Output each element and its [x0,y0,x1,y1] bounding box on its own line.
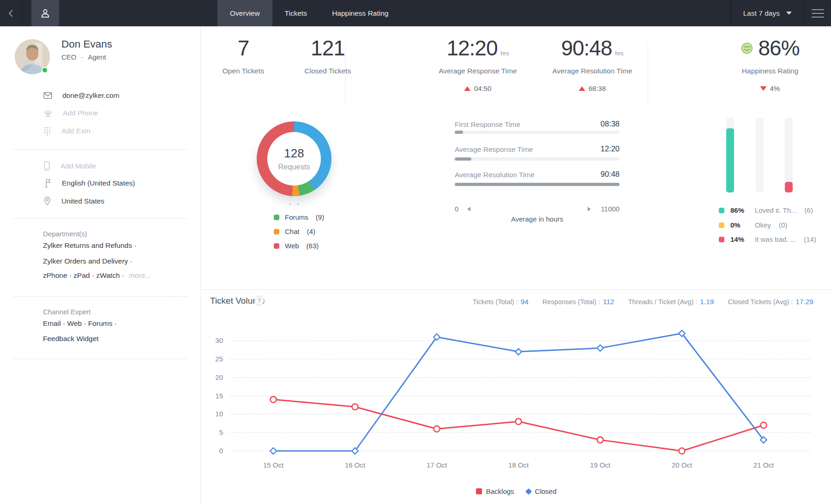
online-status-dot [42,67,48,73]
happiness-bar-loved [726,118,734,192]
stat-value: 121 [311,36,345,60]
happy-smiley-icon [741,42,753,54]
divider [648,44,648,105]
country-value: United States [61,197,104,205]
stat-delta: 4% [741,84,799,92]
range-caption: Average in hours [455,215,620,223]
channel-expert-item: Email · Web · Forums · [43,319,117,328]
tab-tickets[interactable]: Tickets [272,0,320,26]
svg-text:18 Oct: 18 Oct [508,461,529,469]
add-extn-row[interactable]: Add Extn [43,126,90,136]
ticket-volume-chart: 05101520253015 Oct16 Oct17 Oct18 Oct19 O… [201,323,831,475]
tab-happiness-rating[interactable]: Happiness Rating [319,0,401,26]
legend-item-backlogs[interactable]: Backlogs [476,487,514,495]
scroll-left-icon[interactable] [467,207,470,211]
slider-label: Average Resolution Time [455,171,535,179]
legend-swatch [719,222,724,228]
back-chevron-icon [6,8,16,18]
view-tabs: Overview Tickets Happiness Rating [217,0,401,26]
stat-label: Average Resolution Time [553,67,632,75]
scroll-right-icon[interactable] [588,207,591,211]
email-row[interactable]: done@zylker.com [43,91,119,100]
chevron-down-icon [786,12,792,15]
happiness-legend-loved[interactable]: 86% Loved it. Th... (6) [719,206,813,214]
slider-label: Average Response Time [455,145,533,154]
stat-unit: hrs [501,50,509,57]
department-item: Zylker Orders and Delivery · [43,257,132,265]
email-value: done@zylker.com [62,91,119,100]
legend-item-closed[interactable]: Closed [526,487,557,495]
stat-unit: hrs [615,50,624,57]
country-row: United States [43,196,104,206]
channel-expert-item: Feedback Widget [43,335,99,343]
svg-text:20 Oct: 20 Oct [672,461,692,469]
tv-stat: Closed Tickets (Avg) :17.29 [728,298,813,306]
menu-button[interactable] [804,0,831,26]
agent-profile-tab[interactable] [31,0,59,26]
agent-profile-sidebar: Don Evans CEO - Agent done@zylker.com Ad… [0,26,201,504]
slider-value: 12:20 [547,144,620,153]
back-button[interactable] [0,0,23,26]
legend-item-forums[interactable]: Forums (9) [274,213,324,221]
help-icon[interactable]: ? [254,296,264,306]
svg-text:21 Oct: 21 Oct [753,461,774,469]
tab-overview[interactable]: Overview [217,0,272,26]
ticket-volume-legend: Backlogs Closed [201,487,831,495]
stat-avg-response-time: 12:20hrs Average Response Time 04:50 [439,26,517,92]
legend-swatch [719,208,724,213]
svg-text:16 Oct: 16 Oct [345,461,366,469]
departments-heading: Department(s) [43,230,87,238]
happiness-legend-okey[interactable]: 0% Okey (0) [719,221,787,229]
date-range-filter[interactable]: Last 7 days [731,0,804,26]
legend-swatch [274,215,279,220]
add-extn-label: Add Extn [61,127,90,135]
add-mobile-row[interactable]: Add Mobile [43,161,96,171]
stat-open-tickets: 7 Open Tickets [223,26,264,75]
svg-text:17 Oct: 17 Oct [427,461,447,469]
stat-delta: 04:50 [439,84,517,92]
happiness-legend-bad[interactable]: 14% It was bad. ... (14) [719,235,816,243]
hours-range-scrollbar: 0 11000 [455,205,620,213]
role-label: CEO [61,53,77,61]
legend-swatch [274,243,279,249]
svg-text:15 Oct: 15 Oct [263,461,284,469]
date-range-label: Last 7 days [743,9,780,18]
legend-item-web[interactable]: Web (63) [274,242,319,250]
requests-donut-chart: 128 Requests [257,121,331,196]
donut-pagination-dots[interactable] [289,203,299,205]
range-min: 0 [455,205,458,213]
range-max: 11000 [601,205,620,213]
avg-resolution-time-bar [455,183,620,186]
tv-stat: Tickets (Total) :94 [473,298,529,306]
more-departments-link[interactable]: more... [129,271,151,280]
divider [345,44,346,105]
person-icon [39,7,51,19]
stat-value: 90:48 [561,36,612,60]
stat-avg-resolution-time: 90:48hrs Average Resolution Time 68:38 [553,26,632,92]
happiness-bar-okey [756,118,764,192]
stat-label: Average Response Time [439,67,517,75]
legend-item-chat[interactable]: Chat (4) [274,228,315,235]
stat-value: 12:20 [446,36,497,60]
hamburger-icon [812,9,824,10]
stat-closed-tickets: 121 Closed Tickets [305,26,351,75]
svg-text:20: 20 [215,373,223,381]
agent-name: Don Evans [61,38,112,50]
avg-response-time-bar [455,157,620,161]
stat-label: Open Tickets [223,67,264,75]
delta-up-icon [579,86,585,91]
legend-square-icon [476,488,482,494]
department-item: Zylker Returns and Refunds · [43,241,136,250]
stat-happiness-rating: 86% Happiness Rating 4% [741,26,799,92]
legend-swatch [719,237,724,242]
svg-text:0: 0 [219,447,223,455]
department-item: zPhone · zPad · zWatch · more... [43,271,151,280]
first-response-time-bar [455,131,620,134]
add-phone-row[interactable]: Add Phone [43,109,98,117]
svg-text:30: 30 [215,336,223,344]
svg-text:25: 25 [215,355,223,363]
svg-text:5: 5 [219,428,223,436]
tv-stat: Responses (Total) :112 [542,298,614,306]
legend-diamond-icon [525,488,532,494]
svg-text:15: 15 [215,392,223,400]
